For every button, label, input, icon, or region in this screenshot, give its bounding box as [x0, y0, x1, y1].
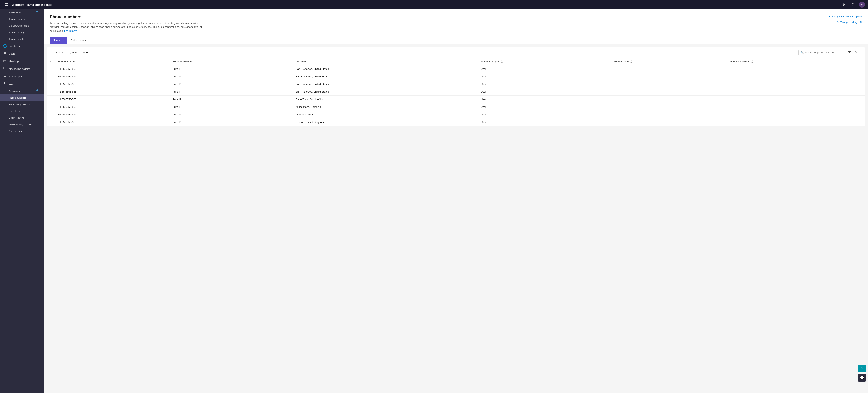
row-phone: +1 55-5555-555	[55, 111, 169, 118]
table-row[interactable]: +1 55-5555-555 Pure IP San Francisco, Un…	[47, 80, 865, 88]
chat-float-button[interactable]: 💬	[858, 374, 866, 382]
sidebar-item-teams-displays[interactable]: Teams displays	[0, 29, 44, 36]
tab-numbers[interactable]: Numbers	[50, 37, 67, 44]
sidebar-item-voice-routing-policies[interactable]: Voice routing policies	[0, 121, 44, 128]
grid-menu-icon[interactable]	[3, 2, 9, 8]
table-row[interactable]: +1 55-5555-555 Pure IP All locations, Ro…	[47, 103, 865, 111]
col-phone-number[interactable]: Phone number	[55, 58, 169, 65]
sidebar-item-teams-apps-label: Teams apps	[9, 75, 23, 78]
sidebar-item-locations[interactable]: 🌐 Locations ▾	[0, 42, 44, 50]
col-location[interactable]: Location	[292, 58, 477, 65]
table-row[interactable]: +1 55-5555-555 Pure IP Vienna, Austria U…	[47, 111, 865, 118]
sidebar-item-sip-devices[interactable]: SIP devices	[0, 9, 44, 16]
sidebar: SIP devices Teams Rooms Collaboration ba…	[0, 9, 44, 393]
row-checkbox[interactable]	[47, 65, 55, 72]
col-number-features[interactable]: Number features ⓘ	[727, 58, 865, 65]
phone-numbers-table: ✓ Phone number Number Provider Location	[47, 58, 865, 126]
row-phone: +1 55-5555-555	[55, 103, 169, 111]
row-checkbox[interactable]	[47, 118, 55, 126]
sidebar-item-messaging-policies[interactable]: Messaging policies	[0, 65, 44, 72]
row-checkbox[interactable]	[47, 80, 55, 88]
page-title: Phone numbers	[50, 14, 829, 20]
main-content: Phone numbers To set up calling features…	[44, 9, 868, 393]
row-provider: Pure IP	[169, 103, 293, 111]
learn-more-link[interactable]: Learn more	[64, 29, 78, 32]
port-button[interactable]: ↓ Port	[67, 50, 79, 55]
filter-button[interactable]	[847, 50, 852, 56]
col-number-type[interactable]: Number type ⓘ	[611, 58, 727, 65]
avatar[interactable]: AP	[859, 2, 865, 8]
add-button[interactable]: ＋ Add	[53, 50, 66, 56]
row-location: San Francisco, United States	[292, 72, 477, 80]
sidebar-item-teams-panels[interactable]: Teams panels	[0, 36, 44, 42]
table-row[interactable]: +1 55-5555-555 Pure IP San Francisco, Un…	[47, 65, 865, 72]
row-location: Vienna, Austria	[292, 111, 477, 118]
sidebar-item-phone-numbers[interactable]: Phone numbers	[0, 94, 44, 101]
manage-pin-link[interactable]: ⚙ Manage porting PIN	[836, 21, 862, 24]
sidebar-item-call-queues[interactable]: Call queues	[0, 128, 44, 134]
topbar-icons: ⚙ ? AP	[841, 2, 865, 8]
sidebar-item-teams-apps[interactable]: Teams apps ▾	[0, 72, 44, 80]
table-row[interactable]: +1 55-5555-555 Pure IP San Francisco, Un…	[47, 88, 865, 95]
toolbar: ＋ Add ↓ Port ✏ Edit 🔍	[47, 47, 865, 58]
sidebar-item-dial-plans[interactable]: Dial plans	[0, 108, 44, 115]
get-support-label: Get phone number support	[833, 15, 862, 18]
search-box: 🔍	[799, 50, 845, 55]
svg-rect-1	[6, 3, 8, 4]
tab-order-history[interactable]: Order history	[67, 37, 89, 44]
sidebar-item-users[interactable]: Users	[0, 50, 44, 57]
row-features	[727, 88, 865, 95]
get-support-link[interactable]: ⚙ Get phone number support	[829, 15, 862, 18]
row-provider: Pure IP	[169, 65, 293, 72]
table-row[interactable]: +1 55-5555-555 Pure IP London, United Ki…	[47, 118, 865, 126]
row-phone: +1 55-5555-555	[55, 72, 169, 80]
table-row[interactable]: +1 55-5555-555 Pure IP San Francisco, Un…	[47, 72, 865, 80]
sidebar-item-dial-plans-label: Dial plans	[9, 110, 20, 113]
sidebar-item-voice[interactable]: Voice ▴	[0, 80, 44, 88]
sidebar-item-meetings[interactable]: Meetings ▾	[0, 57, 44, 65]
row-checkbox[interactable]	[47, 72, 55, 80]
sidebar-item-voice-routing-policies-label: Voice routing policies	[9, 123, 32, 126]
settings-icon-btn[interactable]: ⚙	[841, 2, 847, 8]
row-type	[611, 80, 727, 88]
row-features	[727, 103, 865, 111]
row-phone: +1 55-5555-555	[55, 118, 169, 126]
row-type	[611, 111, 727, 118]
row-location: Cape Town, South Africa	[292, 95, 477, 103]
row-location: London, United Kingdom	[292, 118, 477, 126]
row-location: San Francisco, United States	[292, 80, 477, 88]
search-input[interactable]	[805, 51, 843, 54]
edit-button[interactable]: ✏ Edit	[81, 50, 93, 55]
checkmark-icon: ✓	[50, 60, 52, 63]
float-buttons: ? 💬	[858, 365, 866, 382]
row-phone: +1 55-5555-555	[55, 95, 169, 103]
sidebar-item-collaboration-bars-label: Collaboration bars	[9, 24, 29, 27]
svg-rect-0	[5, 3, 6, 4]
help-float-button[interactable]: ?	[858, 365, 866, 372]
row-provider: Pure IP	[169, 72, 293, 80]
row-type	[611, 103, 727, 111]
users-icon	[3, 52, 7, 56]
row-checkbox[interactable]	[47, 111, 55, 118]
sidebar-item-teams-rooms[interactable]: Teams Rooms	[0, 16, 44, 23]
add-icon: ＋	[55, 51, 58, 54]
row-type	[611, 88, 727, 95]
sidebar-item-operators[interactable]: Operators	[0, 88, 44, 94]
table-row[interactable]: +1 55-5555-555 Pure IP Cape Town, South …	[47, 95, 865, 103]
col-number-provider[interactable]: Number Provider	[169, 58, 293, 65]
help-icon-btn[interactable]: ?	[850, 2, 856, 8]
column-settings-button[interactable]	[854, 50, 859, 56]
app-body: SIP devices Teams Rooms Collaboration ba…	[0, 9, 868, 393]
sidebar-item-direct-routing[interactable]: Direct Routing	[0, 115, 44, 121]
row-checkbox[interactable]	[47, 103, 55, 111]
row-checkbox[interactable]	[47, 95, 55, 103]
page-description: To set up calling features for users and…	[50, 21, 206, 33]
row-usages: User	[478, 72, 611, 80]
sidebar-item-collaboration-bars[interactable]: Collaboration bars	[0, 23, 44, 29]
row-usages: User	[478, 80, 611, 88]
row-checkbox[interactable]	[47, 88, 55, 95]
sidebar-item-emergency-policies[interactable]: Emergency policies	[0, 101, 44, 108]
locations-chevron: ▾	[39, 45, 41, 47]
col-number-usages[interactable]: Number usages ⓘ	[478, 58, 611, 65]
row-provider: Pure IP	[169, 95, 293, 103]
